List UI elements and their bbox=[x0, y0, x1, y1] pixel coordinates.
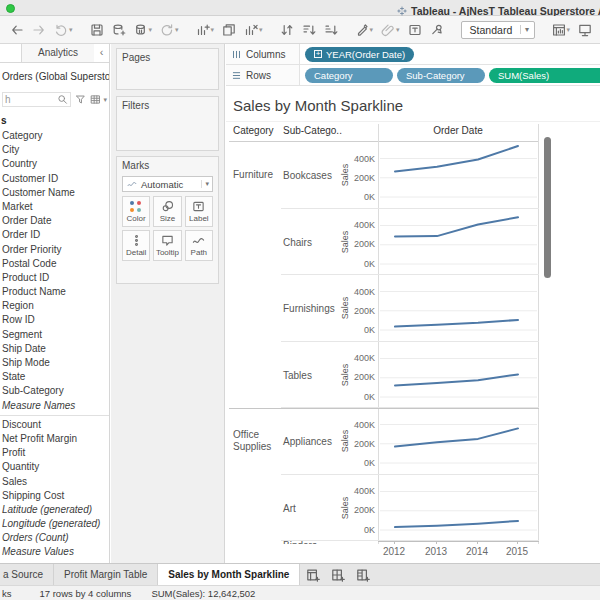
subcategory-label[interactable]: Art bbox=[283, 502, 296, 513]
field-measure-names[interactable]: Measure Names bbox=[0, 399, 109, 413]
field-ship-date[interactable]: Ship Date bbox=[0, 342, 109, 356]
color-mark-button[interactable]: Color bbox=[122, 196, 150, 227]
field-longitude-generated-[interactable]: Longitude (generated) bbox=[0, 517, 109, 531]
filter-fields-icon[interactable] bbox=[75, 94, 86, 105]
sheet-tab-profit-margin-table[interactable]: Profit Margin Table bbox=[54, 564, 158, 585]
field-product-name[interactable]: Product Name bbox=[0, 285, 109, 299]
pages-shelf[interactable]: Pages bbox=[116, 48, 219, 90]
new-dashboard-tab-button[interactable] bbox=[325, 564, 350, 585]
path-mark-button[interactable]: Path bbox=[185, 230, 213, 261]
view-options-caret-icon[interactable]: ▾ bbox=[103, 96, 107, 104]
new-story-tab-button[interactable] bbox=[350, 564, 375, 585]
collapse-pane-button[interactable]: ‹ bbox=[94, 44, 109, 62]
filters-shelf[interactable]: Filters bbox=[116, 96, 219, 151]
tab-data-partial[interactable] bbox=[0, 44, 22, 62]
field-state[interactable]: State bbox=[0, 370, 109, 384]
swap-rows-columns-button[interactable] bbox=[280, 23, 294, 37]
expand-plus-icon[interactable]: + bbox=[314, 50, 322, 58]
field-net-profit-margin[interactable]: Net Profit Margin bbox=[0, 432, 109, 446]
size-mark-button[interactable]: Size bbox=[153, 196, 181, 227]
field-latitude-generated-[interactable]: Latitude (generated) bbox=[0, 503, 109, 517]
columns-pill-year-order-date-[interactable]: +YEAR(Order Date) bbox=[305, 47, 414, 62]
field-order-id[interactable]: Order ID bbox=[0, 228, 109, 242]
label-mark-button[interactable]: Label bbox=[185, 196, 213, 227]
sparkline-pane[interactable] bbox=[379, 142, 538, 208]
tooltip-mark-button[interactable]: Tooltip bbox=[153, 230, 181, 261]
group-members-button-caret-icon[interactable]: ▾ bbox=[396, 26, 400, 34]
sparkline-pane[interactable] bbox=[379, 209, 538, 275]
new-worksheet-button[interactable]: ▾ bbox=[196, 23, 215, 37]
sheet-tab-sales-by-month-sparkline[interactable]: Sales by Month Sparkline bbox=[158, 564, 300, 585]
clear-sheet-button-caret-icon[interactable]: ▾ bbox=[259, 26, 263, 34]
column-header-subcategory[interactable]: Sub-Catego.. bbox=[283, 125, 342, 136]
rows-shelf[interactable]: Rows CategorySub-CategorySUM(Sales) bbox=[226, 65, 600, 86]
field-order-priority[interactable]: Order Priority bbox=[0, 243, 109, 257]
sheet-tab-a-source[interactable]: a Source bbox=[0, 564, 54, 585]
field-ship-mode[interactable]: Ship Mode bbox=[0, 356, 109, 370]
subcategory-label[interactable]: Furnishings bbox=[283, 303, 335, 314]
save-button[interactable] bbox=[90, 23, 104, 37]
view-options-icon[interactable] bbox=[90, 94, 101, 105]
window-green-button[interactable] bbox=[6, 4, 15, 13]
new-worksheet-tab-button[interactable] bbox=[300, 564, 325, 585]
forward-button[interactable] bbox=[32, 23, 46, 37]
datasource-name[interactable]: Orders (Global Superstor... bbox=[0, 68, 109, 85]
columns-shelf[interactable]: Columns +YEAR(Order Date) bbox=[226, 44, 600, 65]
field-quantity[interactable]: Quantity bbox=[0, 460, 109, 474]
field-orders-count-[interactable]: Orders (Count) bbox=[0, 531, 109, 545]
x-axis[interactable]: 2012201320142015 bbox=[226, 541, 600, 563]
field-profit[interactable]: Profit bbox=[0, 446, 109, 460]
field-measure-values[interactable]: Measure Values bbox=[0, 545, 109, 559]
rows-pill-sum-sales-[interactable]: SUM(Sales) bbox=[489, 68, 600, 83]
field-customer-name[interactable]: Customer Name bbox=[0, 186, 109, 200]
fix-axes-button[interactable] bbox=[430, 23, 444, 37]
presentation-mode-button[interactable] bbox=[578, 23, 592, 37]
duplicate-sheet-button[interactable] bbox=[222, 23, 236, 37]
detail-mark-button[interactable]: Detail bbox=[122, 230, 150, 261]
field-customer-id[interactable]: Customer ID bbox=[0, 172, 109, 186]
replay-button-caret-icon[interactable]: ▾ bbox=[69, 26, 73, 34]
sparkline-pane[interactable] bbox=[379, 408, 538, 474]
show-mark-labels-button[interactable] bbox=[408, 23, 422, 37]
vertical-scrollbar[interactable] bbox=[544, 137, 551, 278]
field-product-id[interactable]: Product ID bbox=[0, 271, 109, 285]
sparkline-pane[interactable] bbox=[379, 275, 538, 341]
field-sub-category[interactable]: Sub-Category bbox=[0, 384, 109, 398]
rows-pill-sub-category[interactable]: Sub-Category bbox=[397, 68, 485, 83]
rows-pill-category[interactable]: Category bbox=[305, 68, 393, 83]
field-country[interactable]: Country bbox=[0, 157, 109, 171]
category-label[interactable]: Office Supplies bbox=[233, 429, 279, 453]
pause-updates-button[interactable]: ▾ bbox=[134, 23, 153, 37]
group-members-button[interactable]: ▾ bbox=[381, 23, 400, 37]
sparkline-pane[interactable] bbox=[379, 342, 538, 408]
run-update-button[interactable]: ▾ bbox=[160, 23, 179, 37]
subcategory-label[interactable]: Chairs bbox=[283, 236, 312, 247]
field-postal-code[interactable]: Postal Code bbox=[0, 257, 109, 271]
tab-analytics[interactable]: Analytics bbox=[22, 44, 94, 62]
fit-caret-icon[interactable]: ▾ bbox=[520, 25, 534, 34]
field-order-date[interactable]: Order Date bbox=[0, 214, 109, 228]
search-input[interactable]: h bbox=[2, 92, 71, 107]
category-label[interactable]: Furniture bbox=[233, 169, 279, 181]
field-shipping-cost[interactable]: Shipping Cost bbox=[0, 489, 109, 503]
field-market[interactable]: Market bbox=[0, 200, 109, 214]
show-me-button[interactable]: ▾ bbox=[552, 23, 571, 37]
run-update-button-caret-icon[interactable]: ▾ bbox=[175, 26, 179, 34]
field-region[interactable]: Region bbox=[0, 299, 109, 313]
field-city[interactable]: City bbox=[0, 143, 109, 157]
field-segment[interactable]: Segment bbox=[0, 328, 109, 342]
sparkline-pane[interactable] bbox=[379, 475, 538, 541]
fit-dropdown[interactable]: Standard▾ bbox=[461, 21, 535, 39]
replay-button[interactable]: ▾ bbox=[54, 23, 73, 37]
field-row-id[interactable]: Row ID bbox=[0, 313, 109, 327]
sort-ascending-button[interactable] bbox=[302, 23, 316, 37]
column-header-order-date[interactable]: Order Date bbox=[378, 125, 538, 136]
field-discount[interactable]: Discount bbox=[0, 418, 109, 432]
clear-sheet-button[interactable]: ▾ bbox=[244, 23, 263, 37]
pause-updates-button-caret-icon[interactable]: ▾ bbox=[149, 26, 153, 34]
field-category[interactable]: Category bbox=[0, 129, 109, 143]
mark-type-dropdown[interactable]: Automatic ▾ bbox=[122, 176, 213, 192]
column-header-category[interactable]: Category bbox=[233, 125, 274, 136]
subcategory-label[interactable]: Bookcases bbox=[283, 170, 332, 181]
show-me-button-caret-icon[interactable]: ▾ bbox=[567, 26, 571, 34]
